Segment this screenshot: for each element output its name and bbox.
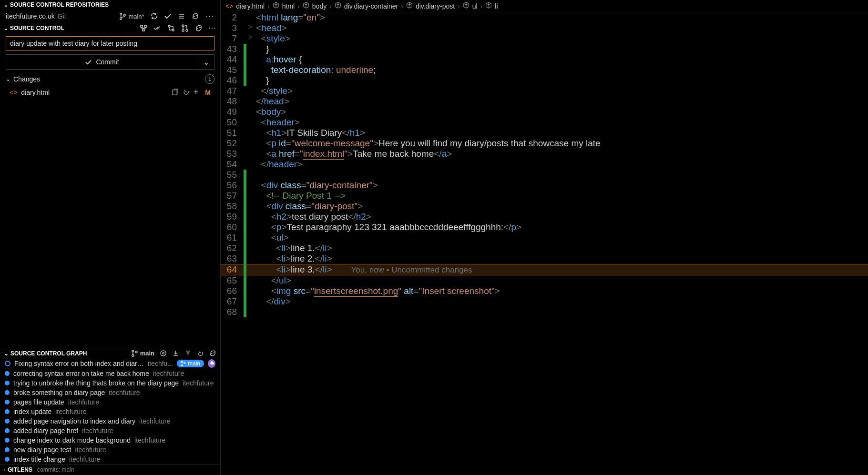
code-line[interactable]: 52 <p id="welcome-message">Here you will… — [221, 138, 868, 149]
code-line[interactable]: 66 <img src="insertscreenshot.png" alt="… — [221, 286, 868, 296]
code-line[interactable]: 57 <!-- Diary Post 1 --> — [221, 191, 868, 201]
code-line[interactable]: 61 <ul> — [221, 232, 868, 243]
commit-row[interactable]: pages file update itechfuture — [0, 397, 220, 407]
more-icon[interactable]: ··· — [205, 12, 214, 20]
commit-button[interactable]: Commit — [6, 54, 198, 70]
breadcrumb[interactable]: <>diary.html›html›body›div.diary-contain… — [221, 0, 868, 12]
repos-section-header[interactable]: ⌄ SOURCE CONTROL REPOSITORIES — [0, 0, 220, 10]
cloud-icon — [208, 359, 215, 368]
code-line[interactable]: 56 <div class="diary-container"> — [221, 180, 868, 191]
fetch-icon[interactable] — [197, 350, 204, 357]
breadcrumb-item[interactable]: li — [495, 2, 498, 10]
svg-point-9 — [182, 30, 184, 31]
branch-pr-icon[interactable] — [181, 24, 189, 32]
code-editor[interactable]: 2<html lang="en">3><head>7> <style>43 }4… — [221, 12, 868, 475]
code-line[interactable]: 67 </div> — [221, 296, 868, 307]
fold-icon[interactable]: > — [246, 33, 254, 44]
code-line[interactable]: 46 } — [221, 75, 868, 86]
changes-section[interactable]: ⌄ Changes 1 — [0, 72, 220, 86]
repo-row[interactable]: itechfuture.co.uk Git main* ··· — [0, 10, 220, 23]
code-line[interactable]: 44 a:hover { — [221, 54, 868, 65]
refresh-sc-icon[interactable] — [195, 24, 203, 32]
graph-header-label: SOURCE CONTROL GRAPH — [10, 350, 87, 357]
check-icon — [85, 59, 92, 66]
commit-dropdown[interactable]: ⌄ — [198, 54, 214, 70]
check-icon[interactable] — [164, 12, 172, 20]
gitlens-section[interactable]: › GITLENS commits: main — [0, 464, 220, 475]
code-line[interactable]: 60 <p>Test paragraphy 123 321 aaabbbcccd… — [221, 222, 868, 232]
sc-header-label: SOURCE CONTROL — [10, 25, 64, 31]
commit-row[interactable]: correcting syntax error on take me back … — [0, 369, 220, 378]
code-content: <!-- Diary Post 1 --> — [254, 191, 346, 201]
compare-icon[interactable] — [167, 24, 175, 32]
code-line[interactable]: 54 </header> — [221, 159, 868, 170]
discard-changes-icon[interactable] — [183, 89, 190, 96]
line-number: 50 — [221, 117, 244, 128]
svg-point-19 — [184, 362, 185, 364]
target-icon[interactable] — [160, 350, 167, 357]
code-line[interactable]: 63 <li>line 2.</li> — [221, 253, 868, 264]
check-all-icon[interactable] — [153, 24, 161, 32]
code-line[interactable]: 47 </style> — [221, 86, 868, 96]
breadcrumb-item[interactable]: diary.html — [236, 2, 265, 10]
commit-row[interactable]: index update itechfuture — [0, 407, 220, 416]
commit-row[interactable]: trying to unbroke the thing thats broke … — [0, 378, 220, 388]
breadcrumb-item[interactable]: div.diary-post — [416, 2, 455, 10]
code-line[interactable]: 51 <h1>IT Skills Diary</h1> — [221, 128, 868, 138]
code-line[interactable]: 62 <li>line 1.</li> — [221, 243, 868, 253]
branch-indicator[interactable]: main* — [119, 13, 144, 20]
refresh-graph-icon[interactable] — [209, 350, 216, 357]
sync-icon[interactable] — [150, 12, 158, 20]
symbol-icon — [273, 2, 279, 10]
code-line[interactable]: 2<html lang="en"> — [221, 12, 868, 23]
fold-icon — [246, 159, 254, 170]
open-file-icon[interactable] — [172, 89, 179, 96]
code-line[interactable]: 7> <style> — [221, 33, 868, 44]
code-line[interactable]: 49<body> — [221, 107, 868, 117]
list-icon[interactable] — [178, 12, 185, 20]
code-line[interactable]: 64 <li>line 3.</li>You, now • Uncommitte… — [221, 264, 868, 275]
pull-icon[interactable] — [172, 350, 179, 357]
code-line[interactable]: 55 — [221, 170, 868, 180]
commit-message-input[interactable] — [6, 36, 214, 51]
breadcrumb-item[interactable]: ul — [472, 2, 478, 10]
commit-row[interactable]: index title change itechfuture — [0, 455, 220, 464]
graph-branch-selector[interactable]: main — [131, 350, 154, 357]
commit-row[interactable]: added page navigation to index and diary… — [0, 416, 220, 426]
code-line[interactable]: 68 — [221, 307, 868, 317]
commit-row[interactable]: broke something on diary page itechfutur… — [0, 388, 220, 397]
tree-view-icon[interactable] — [140, 24, 147, 32]
code-line[interactable]: 45 text-decoration: underline; — [221, 65, 868, 75]
svg-point-12 — [132, 350, 134, 352]
breadcrumb-item[interactable]: body — [312, 2, 327, 10]
code-line[interactable]: 65 </ul> — [221, 275, 868, 286]
code-content: text-decoration: underline; — [254, 65, 376, 75]
chevron-down-icon: ⌄ — [4, 2, 8, 8]
breadcrumb-item[interactable]: html — [282, 2, 295, 10]
stage-icon[interactable]: + — [194, 87, 199, 97]
commit-row[interactable]: change index to dark mode background ite… — [0, 435, 220, 445]
fold-icon[interactable]: > — [246, 23, 254, 33]
commit-row[interactable]: new diary page test itechfuture — [0, 445, 220, 455]
line-number: 53 — [221, 149, 244, 159]
code-line[interactable]: 50 <header> — [221, 117, 868, 128]
push-icon[interactable] — [184, 350, 192, 357]
code-line[interactable]: 3><head> — [221, 23, 868, 33]
source-control-section-header[interactable]: ⌄ SOURCE CONTROL ··· — [0, 23, 220, 33]
code-line[interactable]: 48</head> — [221, 96, 868, 107]
svg-point-1 — [120, 18, 122, 20]
code-line[interactable]: 43 } — [221, 44, 868, 54]
graph-section-header[interactable]: ⌄ SOURCE CONTROL GRAPH main — [0, 348, 220, 358]
commit-row[interactable]: added diary page href itechfuture — [0, 426, 220, 435]
line-number: 58 — [221, 201, 244, 212]
refresh-icon[interactable] — [192, 12, 199, 20]
code-line[interactable]: 53 <a href="index.html">Take me back hom… — [221, 149, 868, 159]
changed-file-row[interactable]: <> diary.html + M — [0, 86, 220, 99]
more-sc-icon[interactable]: ··· — [209, 25, 216, 31]
code-line[interactable]: 58 <div class="diary-post"> — [221, 201, 868, 212]
code-line[interactable]: 59 <h2>test diary post</h2> — [221, 212, 868, 222]
breadcrumb-item[interactable]: div.diary-container — [344, 2, 398, 10]
commit-row[interactable]: Fixing syntax error on both index and di… — [0, 358, 220, 369]
commit-author: itechfuture — [134, 436, 165, 444]
svg-point-14 — [135, 351, 137, 353]
